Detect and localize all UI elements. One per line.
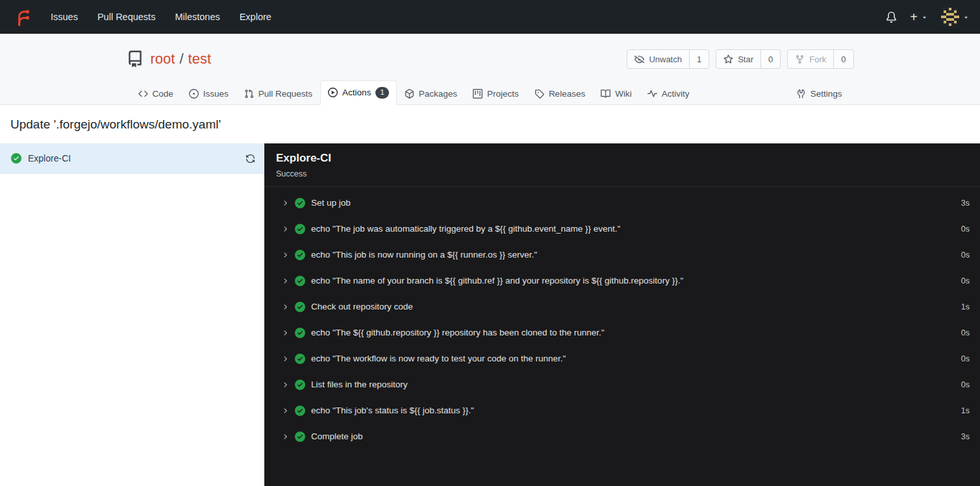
job-item-explore-ci[interactable]: Explore-CI (0, 143, 264, 174)
step-duration: 3s (961, 432, 970, 441)
forgejo-logo[interactable] (13, 7, 33, 27)
step-name: echo "The name of your branch is ${{ git… (311, 276, 683, 286)
chevron-right-icon[interactable] (281, 433, 289, 441)
repo-full-name: root / test (151, 51, 212, 67)
step-duration: 0s (961, 380, 970, 389)
step-name: echo "This job is now running on a ${{ r… (311, 250, 537, 260)
tab-label: Projects (487, 89, 519, 99)
star-icon (723, 55, 733, 64)
notifications-button[interactable] (886, 12, 897, 23)
git-pull-request-icon (244, 89, 254, 99)
watch-button-group: Unwatch 1 (627, 49, 709, 69)
tab-pull-requests[interactable]: Pull Requests (236, 82, 320, 105)
chevron-right-icon[interactable] (281, 251, 289, 259)
tab-issues[interactable]: Issues (181, 82, 236, 105)
chevron-down-icon (962, 14, 970, 21)
chevron-right-icon[interactable] (281, 407, 289, 415)
step-duration: 0s (961, 328, 970, 337)
run-body: Explore-CI Explore-CI Success Set up (0, 143, 980, 486)
repo-path-separator: / (179, 51, 183, 67)
repo-owner-link[interactable]: root (151, 51, 175, 67)
log-panel: Explore-CI Success Set up job 3s (264, 143, 980, 486)
step-row[interactable]: echo "The ${{ github.repository }} repos… (264, 320, 980, 346)
user-menu[interactable] (941, 8, 970, 26)
tab-packages[interactable]: Packages (397, 82, 465, 105)
stars-count[interactable]: 0 (761, 49, 781, 69)
repo-title-row: root / test Unwatch 1 (127, 49, 854, 69)
chevron-right-icon[interactable] (281, 199, 289, 207)
tab-label: Releases (549, 89, 585, 99)
step-row[interactable]: echo "The job was automatically triggere… (264, 216, 980, 242)
bell-icon (886, 12, 897, 23)
tab-label: Wiki (615, 89, 632, 99)
step-success-icon (295, 328, 305, 338)
pulse-icon (647, 89, 657, 99)
tab-code[interactable]: Code (131, 82, 181, 105)
step-name: echo "The ${{ github.repository }} repos… (311, 328, 605, 337)
step-row[interactable]: Check out repository code 1s (264, 294, 980, 320)
star-button[interactable]: Star (716, 49, 761, 69)
tab-projects[interactable]: Projects (465, 82, 527, 105)
step-row[interactable]: Complete job 3s (264, 424, 980, 450)
navbar-link-explore[interactable]: Explore (230, 6, 281, 27)
watchers-count[interactable]: 1 (690, 49, 709, 69)
step-success-icon (295, 302, 305, 312)
navbar-links: Issues Pull Requests Milestones Explore (41, 6, 281, 27)
step-row[interactable]: Set up job 3s (264, 190, 980, 216)
chevron-right-icon[interactable] (281, 329, 289, 337)
step-row[interactable]: echo "This job's status is ${{ job.statu… (264, 398, 980, 424)
step-row[interactable]: echo "The workflow is now ready to test … (264, 346, 980, 372)
create-new-button[interactable]: + (910, 10, 928, 23)
rerun-icon[interactable] (245, 154, 255, 164)
step-row[interactable]: List files in the repository 0s (264, 372, 980, 398)
panel-status: Success (276, 169, 968, 178)
tab-activity[interactable]: Activity (640, 82, 697, 105)
forgejo-logo-icon (13, 7, 33, 27)
step-list: Set up job 3s echo "The job was automati… (264, 187, 980, 450)
tab-label: Issues (203, 89, 229, 99)
tab-releases[interactable]: Releases (527, 82, 593, 105)
step-name: List files in the repository (311, 380, 408, 389)
unwatch-button[interactable]: Unwatch (627, 49, 690, 69)
plus-icon: + (910, 10, 918, 23)
code-icon (138, 89, 148, 99)
chevron-right-icon[interactable] (281, 355, 289, 363)
step-success-icon (295, 276, 305, 286)
tab-wiki[interactable]: Wiki (593, 82, 640, 105)
step-duration: 1s (961, 406, 970, 415)
chevron-right-icon[interactable] (281, 381, 289, 389)
chevron-right-icon[interactable] (281, 225, 289, 233)
chevron-right-icon[interactable] (281, 277, 289, 285)
navbar-link-issues[interactable]: Issues (41, 6, 88, 27)
star-label: Star (738, 55, 753, 64)
tab-label: Activity (662, 89, 690, 99)
project-board-icon (473, 89, 483, 99)
package-icon (405, 89, 414, 99)
tools-icon (796, 89, 806, 99)
repo-icon (127, 51, 144, 67)
navbar-link-pull-requests[interactable]: Pull Requests (88, 6, 165, 27)
forks-count[interactable]: 0 (834, 49, 853, 69)
tab-label: Packages (419, 89, 457, 99)
panel-job-name: Explore-CI (276, 152, 968, 165)
step-row[interactable]: echo "This job is now running on a ${{ r… (264, 242, 980, 268)
eye-off-icon (634, 55, 644, 64)
repo-tabs: Code Issues Pull Requests Actions 1 Pack… (127, 80, 854, 104)
tab-label: Actions (342, 88, 371, 97)
fork-label: Fork (809, 55, 826, 64)
run-title: Update '.forgejo/workflows/demo.yaml' (0, 105, 980, 143)
fork-button[interactable]: Fork (787, 49, 834, 69)
step-success-icon (295, 354, 305, 364)
repo-action-buttons: Unwatch 1 Star 0 (627, 49, 853, 69)
step-duration: 3s (961, 199, 970, 208)
tab-settings[interactable]: Settings (788, 82, 850, 105)
step-name: echo "This job's status is ${{ job.statu… (311, 406, 474, 415)
issue-opened-icon (189, 89, 199, 99)
repo-name-link[interactable]: test (188, 51, 211, 67)
step-row[interactable]: echo "The name of your branch is ${{ git… (264, 268, 980, 294)
tag-icon (534, 89, 544, 99)
chevron-right-icon[interactable] (281, 303, 289, 311)
step-duration: 1s (961, 302, 970, 311)
navbar-link-milestones[interactable]: Milestones (165, 6, 229, 27)
tab-actions[interactable]: Actions 1 (320, 80, 397, 105)
